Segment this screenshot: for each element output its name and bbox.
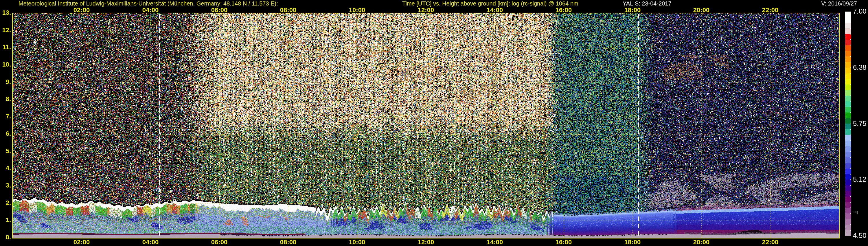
x-tick-label-top: 04:00	[136, 7, 164, 13]
x-tick-label-top: 12:00	[412, 7, 440, 13]
colorbar-tick-label: 5.12	[853, 176, 867, 183]
institute-title: Meteorological Institute of Ludwig-Maxim…	[19, 1, 278, 6]
x-tick-label-bottom: 18:00	[619, 239, 646, 245]
x-tick-label-top: 16:00	[550, 7, 578, 13]
colorbar-eq-label: eq	[854, 210, 858, 214]
x-tick-label-bottom: 08:00	[274, 239, 302, 245]
x-tick-label-bottom: 20:00	[687, 239, 715, 245]
x-tick-label-bottom: 04:00	[136, 239, 164, 245]
y-tick-label: 13.	[0, 9, 11, 16]
x-tick-label-top: 08:00	[274, 7, 302, 13]
y-tick-label: 5.	[0, 148, 11, 154]
x-tick-label-top: 10:00	[343, 7, 371, 13]
x-tick-label-top: 20:00	[687, 7, 715, 13]
x-tick-label-bottom: 12:00	[412, 239, 440, 245]
version-label: V: 2016/09/27	[821, 1, 857, 6]
colorbar-tick-label: 4.50	[853, 232, 867, 239]
x-tick-label-bottom: 02:00	[68, 239, 95, 245]
x-tick-label-top: 22:00	[756, 7, 784, 13]
x-tick-label-top: 06:00	[206, 7, 233, 13]
y-tick-label: 1.	[0, 217, 11, 223]
y-tick-label: 0.	[0, 234, 11, 241]
colorbar-tick-label: 7.00	[853, 8, 867, 15]
x-tick-label-bottom: 10:00	[343, 239, 371, 245]
y-tick-label: 7.	[0, 113, 11, 120]
y-tick-label: 12.	[0, 27, 11, 33]
y-tick-label: 11.	[0, 44, 11, 50]
lidar-heatmap-canvas	[0, 0, 868, 246]
x-tick-label-bottom: 22:00	[756, 239, 784, 245]
y-tick-label: 6.	[0, 130, 11, 137]
y-tick-label: 10.	[0, 61, 11, 68]
x-tick-label-bottom: 06:00	[206, 239, 233, 245]
y-tick-label: 8.	[0, 96, 11, 102]
colorbar-tick-label: 6.38	[853, 64, 867, 71]
x-tick-label-bottom: 16:00	[550, 239, 578, 245]
x-tick-label-top: 18:00	[619, 7, 646, 13]
plot-title: Time [UTC] vs. Height above ground [km]:…	[402, 1, 578, 6]
y-tick-label: 4.	[0, 165, 11, 171]
x-tick-label-bottom: 14:00	[481, 239, 509, 245]
colorbar-tick-label: 5.75	[853, 120, 867, 127]
y-tick-label: 3.	[0, 182, 11, 189]
system-date-label: YALIS: 23-04-2017	[623, 1, 672, 6]
y-tick-label: 2.	[0, 200, 11, 206]
lidar-quicklook-screen: Meteorological Institute of Ludwig-Maxim…	[0, 0, 868, 246]
x-tick-label-top: 14:00	[481, 7, 509, 13]
y-tick-label: 9.	[0, 79, 11, 85]
x-tick-label-top: 02:00	[68, 7, 95, 13]
